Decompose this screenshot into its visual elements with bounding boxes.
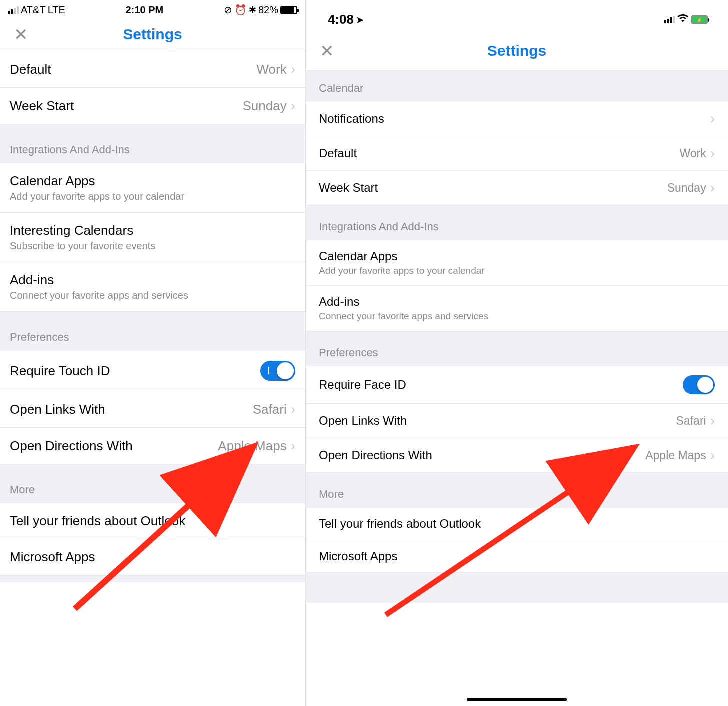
status-bar: AT&T LTE 2:10 PM ⊘ ⏰ ✱ 82% [0,0,306,18]
row-value: Work [256,62,286,77]
row-add-ins[interactable]: Add-ins Connect your favorite apps and s… [0,262,306,312]
close-icon[interactable]: ✕ [14,26,28,43]
phone-right: 4:08 ➤ ⚡ ✕ Settings Calendar Notificatio… [306,0,728,706]
row-tell-friends[interactable]: Tell your friends about Outlook [0,503,306,539]
row-require-touchid[interactable]: Require Touch ID [0,351,306,391]
row-week-start[interactable]: Week Start Sunday› [0,88,306,124]
row-title: Week Start [319,181,378,195]
row-value: Apple Maps [646,449,706,462]
section-header-more: More [306,473,728,508]
section-header-calendar: Calendar [306,71,728,102]
row-value: Sunday [668,181,706,195]
chevron-right-icon: › [710,447,715,463]
row-title: Open Directions With [319,448,432,462]
row-subtitle: Add your favorite apps to your calendar [319,265,485,276]
row-title: Calendar Apps [10,173,184,189]
row-title: Open Directions With [10,438,133,454]
row-default[interactable]: Default Work› [0,51,306,88]
row-microsoft-apps[interactable]: Microsoft Apps [306,540,728,573]
row-subtitle: Connect your favorite apps and services [10,290,188,301]
row-open-links[interactable]: Open Links With Safari› [0,391,306,428]
row-require-faceid[interactable]: Require Face ID [306,366,728,404]
time-label: 4:08 [328,12,354,27]
row-week-start[interactable]: Week Start Sunday› [306,171,728,205]
section-header-more: More [0,464,306,503]
row-default[interactable]: Default Work› [306,136,728,171]
row-title: Microsoft Apps [319,549,398,563]
row-open-directions[interactable]: Open Directions With Apple Maps› [0,428,306,464]
row-microsoft-apps[interactable]: Microsoft Apps [0,539,306,575]
section-header-preferences: Preferences [306,331,728,366]
row-title: Add-ins [10,272,188,288]
row-open-directions[interactable]: Open Directions With Apple Maps› [306,438,728,473]
row-title: Open Links With [10,402,106,417]
chevron-right-icon: › [291,61,296,77]
chevron-right-icon: › [710,145,715,161]
status-bar: 4:08 ➤ ⚡ [306,0,728,31]
row-subtitle: Subscribe to your favorite events [10,240,156,252]
network-label: LTE [48,4,66,16]
row-value: Apple Maps [218,438,286,454]
section-header-integrations: Integrations And Add-Ins [306,205,728,240]
row-title: Interesting Calendars [10,223,156,238]
row-title: Require Face ID [319,378,406,392]
chevron-right-icon: › [710,111,715,127]
row-subtitle: Connect your favorite apps and services [319,311,488,322]
row-subtitle: Add your favorite apps to your calendar [10,191,184,202]
phone-left: AT&T LTE 2:10 PM ⊘ ⏰ ✱ 82% ✕ Settings De… [0,0,306,706]
row-open-links[interactable]: Open Links With Safari› [306,404,728,438]
row-value: Safari [253,402,287,417]
row-title: Calendar Apps [319,249,485,263]
page-title: Settings [123,26,182,43]
toggle-require-faceid[interactable] [683,375,715,394]
row-title: Tell your friends about Outlook [319,517,481,531]
page-title: Settings [488,42,546,59]
row-interesting-calendars[interactable]: Interesting Calendars Subscribe to your … [0,213,306,262]
row-title: Require Touch ID [10,363,110,379]
battery-icon [280,6,298,14]
section-header-preferences: Preferences [0,312,306,351]
row-calendar-apps[interactable]: Calendar Apps Add your favorite apps to … [306,240,728,286]
chevron-right-icon: › [710,413,715,429]
row-value: Work [680,147,706,160]
nav-header: ✕ Settings [306,31,728,71]
row-title: Microsoft Apps [10,549,96,565]
close-icon[interactable]: ✕ [320,42,334,59]
battery-icon: ⚡ [691,15,708,24]
location-icon: ➤ [356,14,364,26]
row-value: Sunday [242,98,286,114]
row-value: Safari [676,414,706,428]
rotation-lock-icon: ⊘ [224,4,232,16]
row-title: Default [319,146,357,160]
time-label: 2:10 PM [126,4,164,16]
home-indicator [467,698,567,701]
chevron-right-icon: › [291,438,296,454]
chevron-right-icon: › [291,401,296,417]
row-title: Open Links With [319,414,407,428]
chevron-right-icon: › [710,180,715,196]
bluetooth-icon: ✱ [249,4,256,15]
alarm-icon: ⏰ [234,4,247,16]
row-notifications[interactable]: Notifications › [306,102,728,136]
toggle-require-touchid[interactable] [260,361,296,381]
row-title: Notifications [319,112,384,126]
signal-icon [8,6,19,14]
signal-icon [664,16,675,23]
row-calendar-apps[interactable]: Calendar Apps Add your favorite apps to … [0,163,306,213]
row-title: Add-ins [319,295,488,309]
chevron-right-icon: › [291,98,296,114]
row-title: Tell your friends about Outlook [10,513,186,529]
row-title: Week Start [10,98,74,114]
row-title: Default [10,62,51,77]
wifi-icon [677,14,689,25]
battery-pct-label: 82% [258,4,278,16]
carrier-label: AT&T [21,4,46,16]
nav-header: ✕ Settings [0,18,306,51]
section-header-integrations: Integrations And Add-Ins [0,124,306,163]
row-tell-friends[interactable]: Tell your friends about Outlook [306,508,728,540]
row-add-ins[interactable]: Add-ins Connect your favorite apps and s… [306,286,728,331]
